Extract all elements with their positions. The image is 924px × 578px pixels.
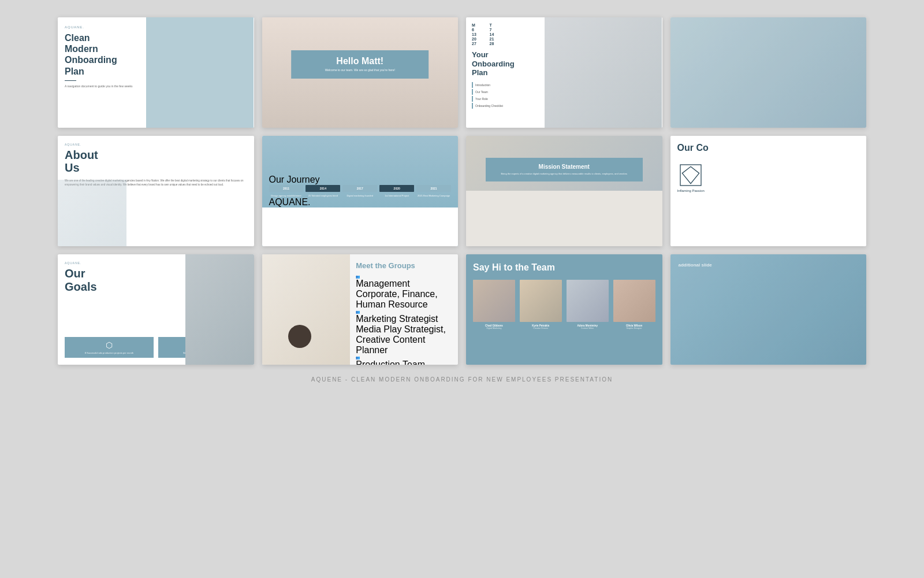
about-title: AboutUs — [65, 149, 247, 174]
slide-3-plan: MT 67 1314 2021 2728 YourOnboardingPlan … — [466, 17, 662, 128]
mission-text: Being the experts of a creative digital … — [491, 172, 637, 176]
timeline-row: 2011 Design agency establishment 2014 25… — [269, 185, 452, 197]
tl-2020: 2020 1st International Project — [379, 185, 414, 197]
group-mgmt-name: Management — [356, 279, 452, 289]
kyrie-photo — [520, 280, 562, 322]
plan-item-intro: Introduction — [472, 82, 539, 88]
slide1-divider — [65, 80, 76, 81]
slide3-calendar: MT 67 1314 2021 2728 — [472, 23, 506, 46]
slide1-subtitle: A navigation document to guide you in th… — [65, 84, 139, 88]
slide-team: Say Hi to the Team Chad Gibbons Digital … — [466, 254, 662, 365]
member-kyrie: Kyrie Petrakis Creative Director — [520, 280, 562, 329]
groups-photo — [262, 254, 351, 365]
tl-box-2021: 2021 — [416, 185, 451, 192]
tl-box-2014: 2014 — [305, 185, 340, 192]
group-prod-info: 👥 Production Team Creative Director, Con… — [356, 355, 452, 365]
olivia-role: Graphic Designer — [626, 327, 642, 329]
slide-our-co: Our Co Inflaming Passion — [670, 136, 867, 246]
slide3-plan-items: Introduction Our Team Your Role Onboardi… — [472, 82, 539, 110]
tl-2021: 2021 2021 Best Marketing Campaign — [416, 185, 451, 197]
team-title: Say Hi to the Team — [473, 262, 655, 273]
coffee-mug — [288, 325, 311, 348]
goal-box-1: ⬡ 8 Successful ads production projects p… — [65, 337, 154, 358]
mission-title: Mission Statement — [491, 164, 637, 170]
slide-about-us: AQUANE. AboutUs We are one of the leadin… — [58, 136, 254, 246]
co-title: Our Co — [677, 143, 709, 153]
slide-1-onboarding: AQUANE. CleanModernOnboardingPlan A navi… — [58, 17, 254, 128]
group-marketing: 👥 Marketing Strategist Media Play Strate… — [356, 310, 452, 355]
chad-photo — [473, 280, 515, 322]
team-members-row: Chad Gibbons Digital Marketing Kyrie Pet… — [473, 280, 655, 329]
group-production: 👥 Production Team Creative Director, Con… — [356, 355, 452, 365]
slide-goals: AQUANE. OurGoals ⬡ 8 Successful ads prod… — [58, 254, 254, 365]
tl-2014: 2014 25 Talented employees hired — [305, 185, 340, 197]
about-photo-overlay — [58, 180, 126, 246]
member-olivia: Olivia Wilson Graphic Designer — [613, 280, 655, 329]
slide-groups: Meet the Groups 👥 Management Corporate, … — [262, 254, 459, 365]
group-mgmt-info: 👥 Management Corporate, Finance, Human R… — [356, 275, 452, 310]
group-mkt-info: 👥 Marketing Strategist Media Play Strate… — [356, 310, 452, 355]
aquane-logo: AQUANE. — [65, 25, 139, 29]
diamond-icon — [679, 164, 702, 187]
journey-aquane: AQUANE. — [269, 197, 452, 208]
footer: AQUENE - CLEAN MODERN ONBOARDING FOR NEW… — [311, 376, 613, 383]
plan-item-team: Our Team — [472, 89, 539, 95]
presentation-grid: AQUANE. CleanModernOnboardingPlan A navi… — [58, 17, 866, 365]
tl-box-2011: 2011 — [269, 185, 304, 192]
journey-content: Our Journey 2011 Design agency establish… — [262, 136, 459, 246]
chad-role: Digital Marketing — [486, 327, 501, 329]
slide3-photo — [545, 17, 662, 128]
slide-2-hello: Hello Matt! Welcome to our team. We are … — [262, 17, 459, 128]
slide1-title: CleanModernOnboardingPlan — [65, 32, 139, 77]
mission-box: Mission Statement Being the experts of a… — [486, 158, 643, 181]
svg-marker-1 — [683, 166, 699, 183]
groups-layout: Meet the Groups 👥 Management Corporate, … — [262, 254, 459, 365]
goals-photo — [185, 254, 254, 365]
slide2-hello-box: Hello Matt! Welcome to our team. We are … — [291, 50, 429, 79]
slide-row3-partial: additional slide — [670, 254, 867, 365]
slide3-left: MT 67 1314 2021 2728 YourOnboardingPlan … — [466, 17, 545, 128]
group-prod-name: Production Team — [356, 360, 452, 365]
journey-title: Our Journey — [269, 175, 452, 185]
group-mkt-name: Marketing Strategist — [356, 314, 452, 324]
tl-box-2020: 2020 — [379, 185, 414, 192]
slide3-plan-title: YourOnboardingPlan — [472, 50, 539, 77]
groups-title: Meet the Groups — [356, 261, 452, 270]
slide-4-partial — [670, 17, 867, 128]
group-management: 👥 Management Corporate, Finance, Human R… — [356, 275, 452, 310]
slide2-hello-text: Hello Matt! — [299, 56, 420, 66]
olivia-photo — [613, 280, 655, 322]
journey-timeline: 2011 Design agency establishment 2014 25… — [269, 185, 452, 197]
tl-2011: 2011 Design agency establishment — [269, 185, 304, 197]
partial-sub: additional slide — [679, 262, 859, 268]
slide2-welcome-text: Welcome to our team. We are so glad that… — [299, 68, 420, 73]
tl-2017: 2017 Digital marketing founded — [342, 185, 377, 197]
group-mkt-desc: Media Play Strategist, Creative Content … — [356, 324, 452, 355]
mission-bottom — [466, 191, 662, 246]
adora-role: Content Writer — [581, 327, 594, 329]
inflaming-label: Inflaming Passion — [677, 189, 705, 192]
groups-list: Meet the Groups 👥 Management Corporate, … — [350, 254, 458, 365]
slide-mission: Mission Statement Being the experts of a… — [466, 136, 662, 246]
diamond-section: Inflaming Passion — [677, 164, 705, 192]
group-mgmt-desc: Corporate, Finance, Human Resource — [356, 289, 452, 310]
plan-item-role: Your Role — [472, 96, 539, 102]
about-aquane: AQUANE. — [65, 143, 247, 146]
goal1-text: 8 Successful ads production projects per… — [85, 351, 133, 354]
partial-content: additional slide — [670, 254, 867, 278]
member-adora: Adora Montminy Content Writer — [567, 280, 609, 329]
kyrie-role: Creative Director — [533, 327, 548, 329]
plan-item-checklist: Onboarding Checklist — [472, 103, 539, 109]
slide1-photo — [146, 17, 254, 128]
goal1-icon: ⬡ — [106, 340, 113, 350]
adora-photo — [567, 280, 609, 322]
slide-journey: Our Journey 2011 Design agency establish… — [262, 136, 459, 246]
tl-box-2017: 2017 — [342, 185, 377, 192]
member-chad: Chad Gibbons Digital Marketing — [473, 280, 515, 329]
